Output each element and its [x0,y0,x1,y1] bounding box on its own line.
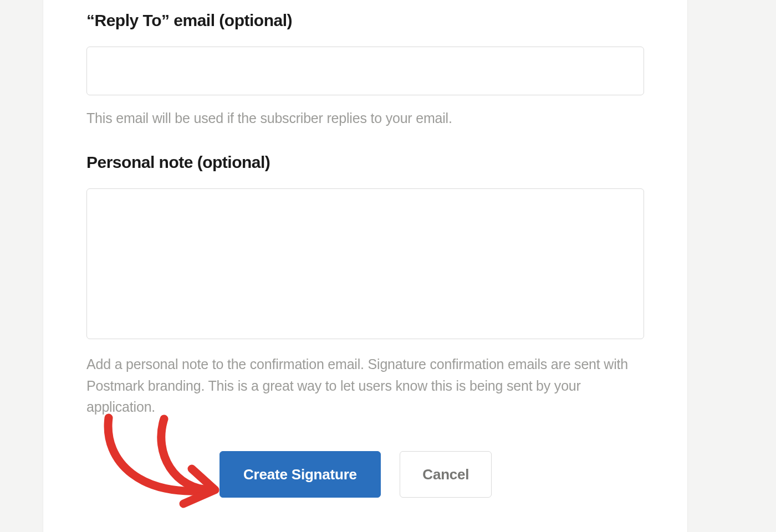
form-actions: Create Signature Cancel [86,451,644,498]
personal-note-textarea[interactable] [86,188,644,339]
reply-to-input[interactable] [86,47,644,95]
reply-to-label: “Reply To” email (optional) [86,10,644,31]
personal-note-label: Personal note (optional) [86,152,644,173]
personal-note-help: Add a personal note to the confirmation … [86,354,644,418]
form-card: “Reply To” email (optional) This email w… [43,0,687,532]
reply-to-group: “Reply To” email (optional) This email w… [86,10,644,129]
annotation-arrow-icon [86,407,231,518]
personal-note-group: Personal note (optional) Add a personal … [86,152,644,418]
reply-to-help: This email will be used if the subscribe… [86,108,644,129]
cancel-button[interactable]: Cancel [400,451,492,498]
create-signature-button[interactable]: Create Signature [219,451,381,498]
